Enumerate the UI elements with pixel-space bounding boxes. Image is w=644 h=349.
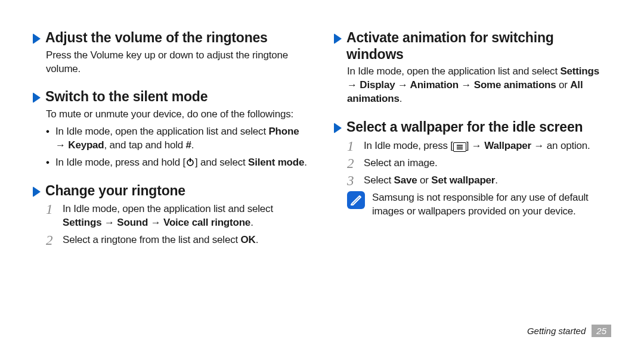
text: In Idle mode, press and hold [: [55, 157, 185, 168]
text: or: [556, 79, 571, 91]
heading-row: Select a wallpaper for the idle screen: [334, 119, 611, 136]
bold-text: OK: [241, 234, 256, 245]
step-text: Select an image.: [364, 157, 437, 170]
heading-text: Activate animation for switching windows: [346, 30, 611, 63]
bold-text: Save: [394, 174, 417, 186]
step-text: In Idle mode, press [] → Wallpaper → an …: [364, 139, 590, 153]
list-item: 1 In Idle mode, press [] → Wallpaper → a…: [347, 139, 611, 153]
bold-text: #: [186, 139, 191, 151]
list-item: 1 In Idle mode, open the application lis…: [46, 202, 310, 230]
chevron-icon: [33, 186, 41, 197]
heading-text: Select a wallpaper for the idle screen: [346, 119, 583, 136]
text: , and tap and hold: [104, 139, 186, 151]
step-number: 1: [347, 139, 358, 153]
heading-row: Change your ringtone: [33, 183, 310, 200]
bold-text: Settings → Sound → Voice call ringtone: [63, 217, 250, 228]
step-number: 2: [46, 233, 57, 247]
text: In Idle mode, open the application list …: [63, 203, 273, 214]
note-text: Samsung is not responsible for any use o…: [372, 191, 611, 219]
numbered-list: 1 In Idle mode, open the application lis…: [33, 202, 310, 247]
numbered-list: 1 In Idle mode, press [] → Wallpaper → a…: [334, 139, 611, 188]
list-item: 3 Select Save or Set wallpaper.: [347, 174, 611, 188]
heading-row: Switch to the silent mode: [33, 89, 310, 105]
bullet-list: In Idle mode, open the application list …: [33, 125, 310, 170]
section-silent-mode: Switch to the silent mode To mute or unm…: [33, 89, 310, 169]
page: Adjust the volume of the ringtones Press…: [0, 0, 644, 349]
text: In Idle mode, press [: [364, 140, 453, 151]
step-text: In Idle mode, open the application list …: [63, 202, 310, 230]
step-number: 1: [46, 202, 57, 216]
body-text: To mute or unmute your device, do one of…: [33, 108, 310, 121]
text: In Idle mode, open the application list …: [347, 66, 560, 77]
text: Select a ringtone from the list and sele…: [63, 234, 241, 245]
text: .: [400, 93, 402, 104]
list-item: In Idle mode, open the application list …: [46, 125, 310, 152]
footer: Getting started 25: [527, 325, 611, 337]
step-number: 3: [347, 174, 358, 188]
step-number: 2: [347, 157, 358, 170]
chevron-icon: [33, 92, 41, 103]
bold-text: Set wallpaper: [431, 174, 495, 186]
step-text: Select a ringtone from the list and sele…: [63, 233, 258, 247]
note-icon: [347, 191, 365, 209]
section-wallpaper: Select a wallpaper for the idle screen 1…: [334, 119, 611, 218]
note-row: Samsung is not responsible for any use o…: [334, 191, 611, 219]
footer-page-number: 25: [592, 325, 611, 337]
chevron-icon: [334, 123, 342, 133]
heading-row: Activate animation for switching windows: [334, 30, 611, 63]
text: .: [191, 139, 194, 151]
step-text: Select Save or Set wallpaper.: [364, 174, 498, 188]
text: .: [495, 174, 498, 186]
menu-icon: [453, 142, 466, 152]
text: ] and select: [195, 157, 248, 168]
text: .: [304, 157, 307, 168]
left-column: Adjust the volume of the ringtones Press…: [33, 30, 310, 331]
bold-text: Silent mode: [248, 157, 304, 168]
body-text: In Idle mode, open the application list …: [334, 65, 611, 106]
section-activate-animation: Activate animation for switching windows…: [334, 30, 611, 106]
heading-text: Change your ringtone: [45, 183, 185, 200]
heading-text: Switch to the silent mode: [45, 89, 208, 105]
heading-text: Adjust the volume of the ringtones: [45, 30, 268, 46]
list-item: 2 Select an image.: [347, 157, 611, 170]
text: Select: [364, 174, 394, 186]
footer-section-label: Getting started: [527, 326, 586, 336]
text: .: [250, 217, 253, 228]
right-column: Activate animation for switching windows…: [334, 30, 611, 331]
body-text: Press the Volume key up or down to adjus…: [33, 49, 310, 76]
heading-row: Adjust the volume of the ringtones: [33, 30, 310, 46]
text: In Idle mode, open the application list …: [55, 126, 268, 137]
chevron-icon: [33, 33, 41, 44]
text: .: [256, 234, 259, 245]
text: or: [417, 174, 431, 186]
chevron-icon: [334, 33, 342, 44]
bold-text: Wallpaper: [484, 140, 531, 151]
list-item: In Idle mode, press and hold [] and sele…: [46, 156, 310, 170]
text: ] →: [466, 140, 484, 151]
section-adjust-volume: Adjust the volume of the ringtones Press…: [33, 30, 310, 76]
text: → an option.: [531, 140, 590, 151]
power-icon: [185, 157, 195, 167]
section-change-ringtone: Change your ringtone 1 In Idle mode, ope…: [33, 183, 310, 247]
list-item: 2 Select a ringtone from the list and se…: [46, 233, 310, 247]
